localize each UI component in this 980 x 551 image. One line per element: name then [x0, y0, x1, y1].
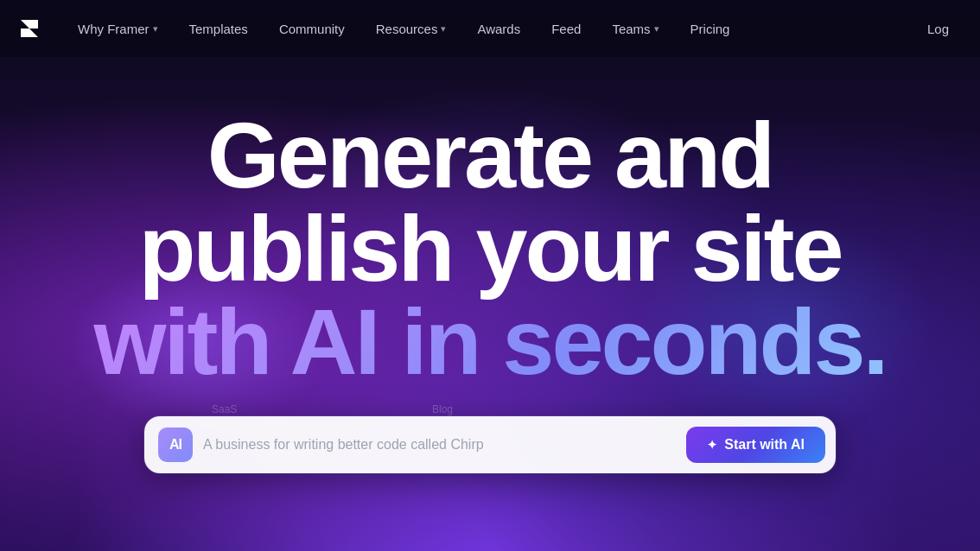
nav-login-button[interactable]: Log: [913, 15, 963, 43]
chevron-down-icon: ▾: [153, 23, 158, 35]
nav-item-teams[interactable]: Teams ▾: [596, 15, 674, 43]
nav-item-community[interactable]: Community: [264, 15, 360, 43]
ai-input-bar: AI ✦ Start with AI: [144, 416, 836, 473]
nav-item-pricing[interactable]: Pricing: [675, 15, 746, 43]
hero-section: Generate and publish your site with AI i…: [0, 57, 980, 473]
hero-headline: Generate and publish your site with AI i…: [93, 109, 886, 389]
hero-headline-highlight: with AI in seconds.: [93, 289, 886, 394]
nav-item-why-framer[interactable]: Why Framer ▾: [62, 15, 174, 43]
sparkle-icon: ✦: [707, 438, 717, 452]
nav-items: Why Framer ▾ Templates Community Resourc…: [62, 15, 913, 43]
nav-item-resources[interactable]: Resources ▾: [360, 15, 462, 43]
ai-icon: AI: [169, 437, 181, 453]
start-with-ai-button[interactable]: ✦ Start with AI: [686, 427, 825, 463]
logo[interactable]: [17, 16, 48, 41]
nav-item-feed[interactable]: Feed: [536, 15, 596, 43]
chevron-down-icon: ▾: [654, 23, 659, 35]
nav-item-templates[interactable]: Templates: [174, 15, 264, 43]
nav-item-awards[interactable]: Awards: [461, 15, 536, 43]
chevron-down-icon: ▾: [441, 23, 446, 35]
framer-logo-icon: [17, 16, 41, 41]
navbar: Why Framer ▾ Templates Community Resourc…: [0, 0, 980, 57]
ai-icon-wrapper: AI: [158, 428, 193, 462]
ai-prompt-input[interactable]: [203, 437, 676, 453]
